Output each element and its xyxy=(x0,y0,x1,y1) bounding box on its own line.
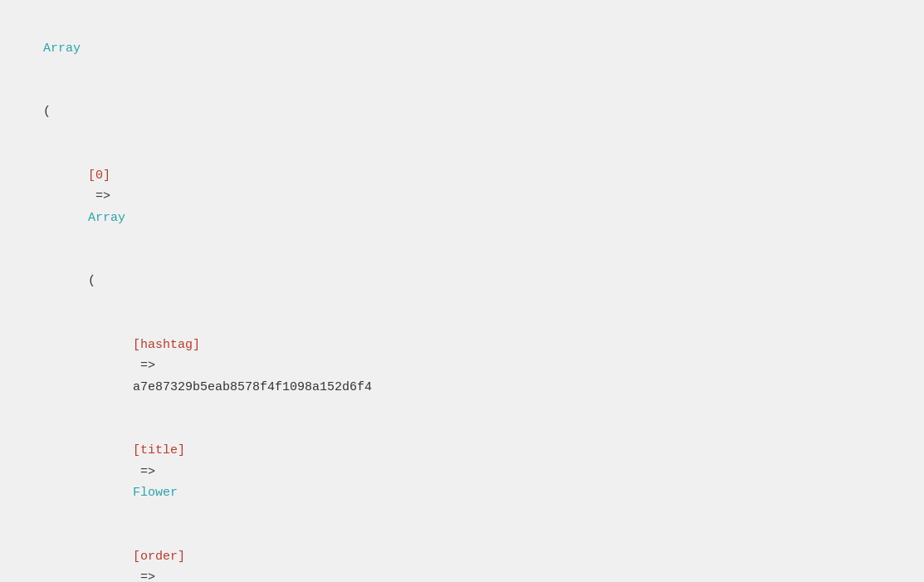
item-0-field-hashtag: [hashtag] => a7e87329b5eab8578f4f1098a15… xyxy=(13,313,911,419)
item-0-field-title: [title] => Flower xyxy=(13,419,911,526)
item-0-index: [0] xyxy=(88,169,110,183)
item-0-open: ( xyxy=(13,250,911,314)
item-0-header: [0] => Array xyxy=(13,144,911,250)
root-type-line: Array xyxy=(13,17,911,81)
root-open-paren: ( xyxy=(13,81,911,144)
code-output: Array ( [0] => Array ( [hashtag] => a7e8… xyxy=(13,17,911,582)
root-type-label: Array xyxy=(43,42,81,56)
item-0-field-order: [order] => 3 xyxy=(13,525,911,582)
root-open-char: ( xyxy=(43,105,51,119)
item-0-type: Array xyxy=(88,211,125,225)
item-0-arrow: => xyxy=(88,189,118,203)
